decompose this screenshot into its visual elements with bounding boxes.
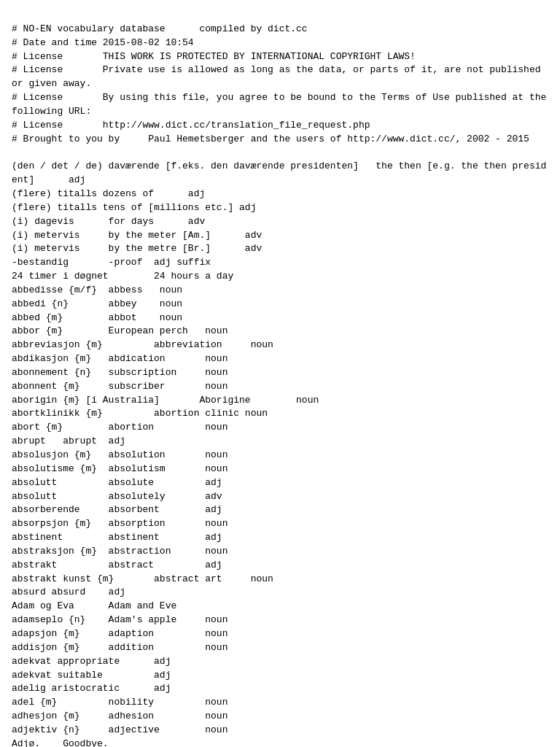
text-line-1: # Date and time 2015-08-02 10:54 [12, 36, 548, 50]
text-line-40: adamseplo {n} Adam's apple noun [12, 614, 548, 627]
text-line-21: abdikasjon {m} abdication noun [12, 352, 548, 366]
text-line-27: abrupt abrupt adj [12, 435, 548, 449]
text-line-6: # Brought to you by Paul Hemetsberger an… [12, 133, 548, 147]
text-line-49: Adjø. Goodbye. [12, 738, 548, 747]
text-line-16: abbedisse {m/f} abbess noun [12, 284, 548, 298]
text-line-8: (den / det / de) daværende [f.eks. den d… [12, 160, 548, 187]
text-line-3: # License Private use is allowed as long… [12, 63, 548, 91]
text-line-46: adel {m} nobility noun [12, 696, 548, 710]
text-line-44: adekvat suitable adj [12, 669, 548, 683]
text-line-0: # NO-EN vocabulary database compiled by … [12, 23, 548, 36]
text-line-38: absurd absurd adj [12, 586, 548, 600]
text-line-39: Adam og Eva Adam and Eve [12, 600, 548, 614]
text-line-5: # License http://www.dict.cc/translation… [12, 119, 548, 133]
text-line-17: abbedi {n} abbey noun [12, 298, 548, 311]
text-line-20: abbreviasjon {m} abbreviation noun [12, 338, 548, 352]
text-line-37: abstrakt kunst {m} abstract art noun [12, 573, 548, 587]
text-line-29: absolutisme {m} absolutism noun [12, 462, 548, 476]
text-line-32: absorberende absorbent adj [12, 503, 548, 517]
text-line-24: aborigin {m} [i Australia] Aborigine nou… [12, 394, 548, 408]
text-line-2: # License THIS WORK IS PROTECTED BY INTE… [12, 50, 548, 64]
text-line-35: abstraksjon {m} abstraction noun [12, 545, 548, 559]
text-line-22: abonnement {n} subscription noun [12, 366, 548, 380]
text-line-18: abbed {m} abbot noun [12, 311, 548, 325]
text-line-36: abstrakt abstract adj [12, 559, 548, 573]
text-line-34: abstinent abstinent adj [12, 531, 548, 545]
text-line-9: (flere) titalls dozens of adj [12, 187, 548, 201]
text-line-25: abortklinikk {m} abortion clinic noun [12, 407, 548, 421]
text-line-15: 24 timer i døgnet 24 hours a day [12, 270, 548, 284]
text-line-47: adhesjon {m} adhesion noun [12, 710, 548, 724]
text-line-10: (flere) titalls tens of [millions etc.] … [12, 201, 548, 215]
text-line-28: absolusjon {m} absolution noun [12, 449, 548, 462]
text-line-13: (i) metervis by the metre [Br.] adv [12, 242, 548, 256]
text-line-23: abonnent {m} subscriber noun [12, 380, 548, 394]
text-line-19: abbor {m} European perch noun [12, 325, 548, 338]
text-line-33: absorpsjon {m} absorption noun [12, 517, 548, 531]
text-line-26: abort {m} abortion noun [12, 421, 548, 435]
text-line-14: -bestandig -proof adj suffix [12, 256, 548, 270]
text-line-30: absolutt absolute adj [12, 476, 548, 490]
text-line-43: adekvat appropriate adj [12, 655, 548, 669]
text-line-42: addisjon {m} addition noun [12, 641, 548, 655]
text-line-11: (i) dagevis for days adv [12, 215, 548, 229]
text-line-7 [12, 146, 548, 160]
vocabulary-database-content: # NO-EN vocabulary database compiled by … [12, 9, 548, 747]
text-line-41: adapsjon {m} adaption noun [12, 627, 548, 641]
text-line-12: (i) metervis by the meter [Am.] adv [12, 229, 548, 243]
text-line-4: # License By using this file, you agree … [12, 91, 548, 119]
text-line-45: adelig aristocratic adj [12, 682, 548, 696]
text-line-48: adjektiv {n} adjective noun [12, 724, 548, 738]
text-line-31: absolutt absolutely adv [12, 490, 548, 504]
